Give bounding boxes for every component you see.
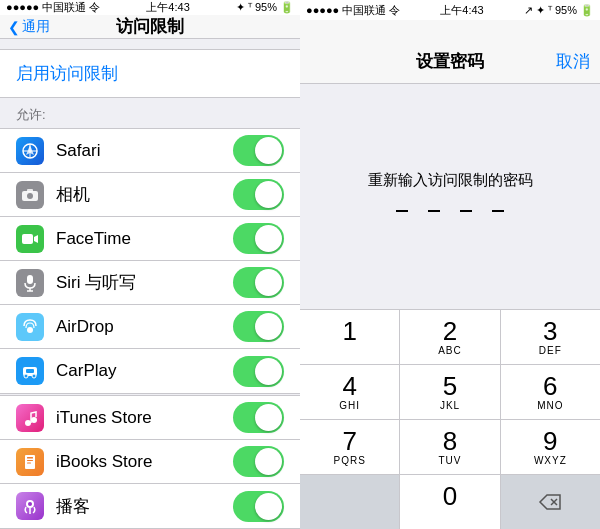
svg-rect-7: [22, 234, 33, 244]
key-5-number: 5: [443, 373, 457, 399]
allow-section-label: 允许:: [0, 98, 300, 128]
enable-restrictions-button[interactable]: 启用访问限制: [0, 50, 300, 97]
right-time: 上午4:43: [440, 3, 483, 18]
svg-rect-21: [27, 460, 33, 461]
dot-3: [460, 210, 472, 212]
right-status-bar: ●●●●● 中国联通 令 上午4:43 ↗ ✦ ᵀ 95% 🔋: [300, 0, 600, 20]
siri-toggle[interactable]: [233, 267, 284, 298]
podcast-label: 播客: [56, 495, 233, 518]
key-8[interactable]: 8 TUV: [400, 420, 500, 474]
key-0[interactable]: 0: [400, 475, 500, 529]
cancel-button[interactable]: 取消: [556, 50, 590, 73]
key-3-number: 3: [543, 318, 557, 344]
key-2[interactable]: 2 ABC: [400, 310, 500, 364]
key-6-number: 6: [543, 373, 557, 399]
key-7-letters: PQRS: [333, 455, 365, 467]
key-3[interactable]: 3 DEF: [501, 310, 600, 364]
dot-4: [492, 210, 504, 212]
list-item-safari[interactable]: Safari: [0, 129, 300, 173]
key-6-letters: MNO: [537, 400, 563, 412]
back-label[interactable]: 通用: [22, 18, 50, 36]
left-panel: ●●●●● 中国联通 令 上午4:43 ✦ ᵀ 95% 🔋 ❮ 通用 访问限制 …: [0, 0, 300, 529]
itunes-toggle[interactable]: [233, 402, 284, 433]
back-button[interactable]: ❮ 通用: [8, 18, 50, 36]
key-5[interactable]: 5 JKL: [400, 365, 500, 419]
svg-point-15: [32, 374, 36, 378]
carplay-toggle[interactable]: [233, 356, 284, 387]
key-empty: [300, 475, 400, 529]
key-9[interactable]: 9 WXYZ: [501, 420, 600, 474]
facetime-label: FaceTime: [56, 229, 233, 249]
right-panel: ●●●●● 中国联通 令 上午4:43 ↗ ✦ ᵀ 95% 🔋 设置密码 取消 …: [300, 0, 600, 529]
ibooks-label: iBooks Store: [56, 452, 233, 472]
key-4[interactable]: 4 GHI: [300, 365, 400, 419]
right-carrier: ●●●●● 中国联通 令: [306, 3, 400, 18]
key-0-number: 0: [443, 483, 457, 509]
key-3-letters: DEF: [539, 345, 562, 357]
list-item-airdrop[interactable]: AirDrop: [0, 305, 300, 349]
airdrop-toggle[interactable]: [233, 311, 284, 342]
camera-label: 相机: [56, 183, 233, 206]
siri-label: Siri 与听写: [56, 271, 233, 294]
key-8-letters: TUV: [438, 455, 461, 467]
chevron-left-icon: ❮: [8, 19, 20, 35]
key-9-letters: WXYZ: [534, 455, 567, 467]
key-delete[interactable]: [501, 475, 600, 529]
svg-point-18: [31, 417, 37, 423]
list-item-camera[interactable]: 相机: [0, 173, 300, 217]
right-icons: ↗ ✦ ᵀ 95% 🔋: [524, 4, 594, 17]
key-6[interactable]: 6 MNO: [501, 365, 600, 419]
list-item-facetime[interactable]: FaceTime: [0, 217, 300, 261]
left-nav-title: 访问限制: [116, 15, 184, 38]
keypad: 1 2 ABC 3 DEF 4 GHI 5 JKL 6: [300, 309, 600, 529]
store-list-section: iTunes Store iBooks Store: [0, 395, 300, 529]
keypad-row-4: 0: [300, 475, 600, 529]
ibooks-toggle[interactable]: [233, 446, 284, 477]
right-nav-title: 设置密码: [416, 50, 484, 73]
camera-toggle[interactable]: [233, 179, 284, 210]
svg-point-5: [27, 193, 33, 199]
camera-icon: [16, 181, 44, 209]
list-item-carplay[interactable]: CarPlay: [0, 349, 300, 393]
key-2-letters: ABC: [438, 345, 462, 357]
list-item-siri[interactable]: Siri 与听写: [0, 261, 300, 305]
key-7-number: 7: [342, 428, 356, 454]
key-2-number: 2: [443, 318, 457, 344]
airdrop-icon: [16, 313, 44, 341]
facetime-toggle[interactable]: [233, 223, 284, 254]
list-item-ibooks[interactable]: iBooks Store: [0, 440, 300, 484]
left-icons: ✦ ᵀ 95% 🔋: [236, 1, 294, 14]
facetime-icon: [16, 225, 44, 253]
key-7[interactable]: 7 PQRS: [300, 420, 400, 474]
safari-label: Safari: [56, 141, 233, 161]
delete-icon: [538, 493, 562, 511]
left-nav-bar: ❮ 通用 访问限制: [0, 15, 300, 39]
list-item-itunes[interactable]: iTunes Store: [0, 396, 300, 440]
key-1[interactable]: 1: [300, 310, 400, 364]
right-nav-bar: 设置密码 取消: [300, 20, 600, 84]
passcode-prompt: 重新输入访问限制的密码: [368, 171, 533, 190]
ibooks-icon: [16, 448, 44, 476]
siri-icon: [16, 269, 44, 297]
safari-toggle[interactable]: [233, 135, 284, 166]
keypad-row-1: 1 2 ABC 3 DEF: [300, 310, 600, 365]
svg-marker-8: [34, 235, 38, 243]
podcast-toggle[interactable]: [233, 491, 284, 522]
key-4-letters: GHI: [339, 400, 360, 412]
svg-rect-16: [26, 369, 34, 373]
list-item-podcast[interactable]: 播客: [0, 484, 300, 528]
itunes-icon: [16, 404, 44, 432]
left-time: 上午4:43: [146, 0, 189, 15]
safari-icon: [16, 137, 44, 165]
svg-rect-6: [27, 189, 33, 192]
passcode-area: 重新输入访问限制的密码: [300, 84, 600, 309]
airdrop-label: AirDrop: [56, 317, 233, 337]
podcast-icon: [16, 492, 44, 520]
left-carrier: ●●●●● 中国联通 令: [6, 0, 100, 15]
key-5-letters: JKL: [440, 400, 460, 412]
svg-point-17: [25, 420, 31, 426]
svg-point-14: [24, 374, 28, 378]
svg-rect-9: [27, 275, 33, 284]
passcode-dots: [396, 210, 504, 212]
keypad-row-3: 7 PQRS 8 TUV 9 WXYZ: [300, 420, 600, 475]
